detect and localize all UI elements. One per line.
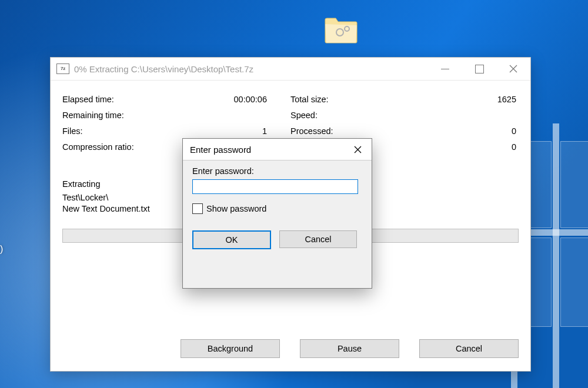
stat-label: Total size:: [290, 95, 497, 104]
maximize-button[interactable]: [462, 58, 496, 80]
stat-label: Processed:: [290, 126, 512, 136]
stat-value: 1: [262, 126, 290, 136]
stat-row: Remaining time:: [62, 107, 290, 123]
password-field-label: Enter password:: [192, 166, 362, 176]
stat-row: Speed:: [290, 107, 519, 123]
dialog-cancel-button[interactable]: Cancel: [279, 230, 357, 248]
app-icon: 7z: [56, 63, 69, 74]
window-title: 0% Extracting C:\Users\viney\Desktop\Tes…: [74, 64, 428, 74]
stat-label: Files:: [62, 126, 262, 136]
show-password-label[interactable]: Show password: [206, 204, 266, 213]
stat-row: Processed: 0: [290, 123, 519, 139]
password-dialog: Enter password Enter password: Show pass…: [182, 138, 372, 289]
pause-button[interactable]: Pause: [300, 339, 399, 358]
dialog-titlebar[interactable]: Enter password: [183, 139, 372, 160]
stray-text: ): [0, 244, 3, 255]
ok-button[interactable]: OK: [192, 230, 271, 249]
titlebar[interactable]: 7z 0% Extracting C:\Users\viney\Desktop\…: [51, 58, 530, 81]
stat-value: 1625: [497, 95, 519, 104]
stat-label: Remaining time:: [62, 111, 267, 120]
stat-row: Elapsed time: 00:00:06: [62, 91, 290, 107]
close-button[interactable]: [496, 58, 530, 80]
minimize-button[interactable]: [428, 58, 462, 80]
stat-row: Total size: 1625: [290, 91, 519, 107]
stat-label: Speed:: [290, 111, 516, 120]
stat-label: Elapsed time:: [62, 95, 234, 104]
cancel-button[interactable]: Cancel: [419, 339, 519, 358]
desktop-folder-icon[interactable]: [323, 15, 359, 44]
dialog-close-button[interactable]: [343, 139, 372, 160]
stat-value: 0: [512, 142, 519, 152]
background-button[interactable]: Background: [181, 339, 280, 358]
dialog-title: Enter password: [190, 145, 251, 155]
password-input[interactable]: [192, 179, 358, 194]
decorative-pane: [560, 141, 588, 228]
extract-progress-window: 7z 0% Extracting C:\Users\viney\Desktop\…: [50, 57, 531, 372]
stat-row: Files: 1: [62, 123, 290, 139]
desktop-background: ) 7z 0% Extracting C:\Users\viney\Deskto…: [0, 0, 588, 388]
stat-value: 00:00:06: [234, 95, 290, 104]
decorative-shaft: [553, 123, 559, 388]
stat-value: 0: [512, 126, 519, 136]
decorative-pane: [560, 238, 588, 327]
show-password-checkbox[interactable]: [192, 203, 203, 214]
